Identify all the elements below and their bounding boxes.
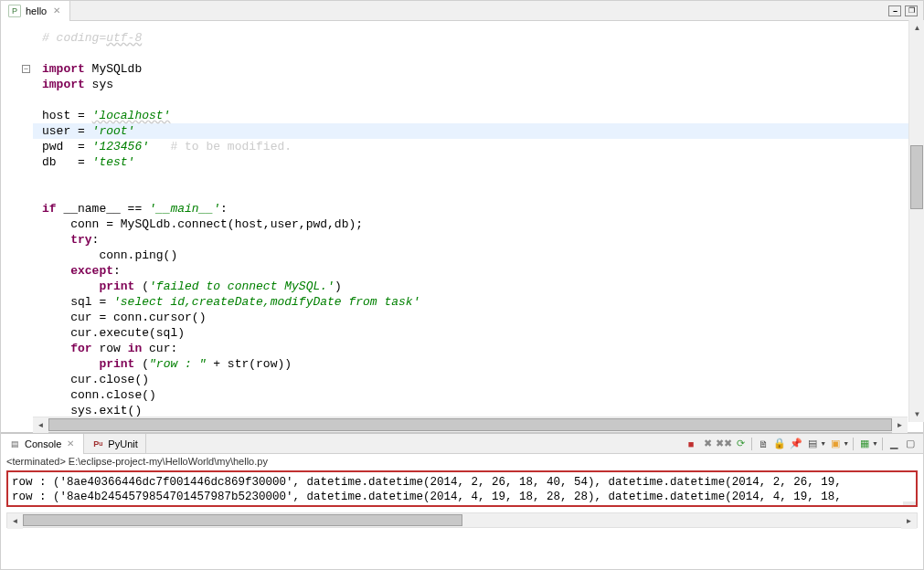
code-text: conn = MySQLdb.connect(host,user,pwd,db)… (42, 217, 363, 231)
code-text: sql = (42, 295, 113, 309)
chevron-down-icon[interactable]: ▼ (820, 440, 826, 447)
code-text: : (92, 233, 100, 247)
scroll-up-icon[interactable]: ▲ (909, 20, 924, 36)
chevron-down-icon[interactable]: ▼ (843, 440, 849, 447)
editor-container: − # coding=utf-8 import MySQLdb import s… (1, 21, 923, 432)
close-icon[interactable]: ✕ (65, 438, 76, 449)
scroll-up-icon[interactable]: ▲ (903, 501, 916, 507)
tab-label: Console (25, 438, 61, 449)
pin-console-button[interactable]: 📌 (789, 437, 803, 451)
code-text: sys (85, 78, 113, 91)
relaunch-button[interactable]: ⟳ (733, 437, 748, 451)
editor-tab-label: hello (26, 5, 47, 16)
separator (882, 438, 883, 450)
code-text: host = (42, 109, 92, 122)
scroll-lock-button[interactable]: 🔒 (772, 437, 787, 451)
scroll-left-icon[interactable]: ◄ (33, 417, 48, 433)
minimize-button[interactable]: ‒ (888, 5, 901, 16)
scroll-track[interactable] (909, 36, 924, 406)
code-text: utf-8 (106, 31, 142, 45)
console-panel: ▤ Console ✕ Pu PyUnit ■ ✖ ✖✖ ⟳ 🗎 🔒 📌 ▤ ▼… (1, 432, 923, 569)
editor-horizontal-scrollbar[interactable]: ◄ ► (33, 417, 908, 432)
console-icon: ▤ (8, 438, 21, 450)
code-keyword: if (42, 202, 57, 216)
console-tab-bar: ▤ Console ✕ Pu PyUnit ■ ✖ ✖✖ ⟳ 🗎 🔒 📌 ▤ ▼… (1, 434, 923, 454)
close-icon[interactable]: ✕ (51, 5, 62, 16)
gutter: − (1, 21, 33, 432)
code-string: "row : " (149, 357, 206, 371)
fold-toggle[interactable]: − (22, 65, 30, 73)
scroll-thumb[interactable] (23, 514, 462, 526)
code-area[interactable]: # coding=utf-8 import MySQLdb import sys… (33, 21, 923, 432)
tab-console[interactable]: ▤ Console ✕ (1, 434, 84, 454)
remove-all-launches-button[interactable]: ✖✖ (717, 437, 731, 451)
chevron-down-icon[interactable]: ▼ (872, 440, 878, 447)
remove-launch-button[interactable]: ✖ (700, 437, 715, 451)
code-keyword: try (42, 233, 92, 247)
code-text: ( (134, 280, 149, 293)
scroll-track[interactable] (23, 513, 901, 527)
code-text: cur.close() (42, 373, 149, 386)
tab-label: PyUnit (108, 438, 137, 449)
minimize-button[interactable]: ▁ (887, 437, 901, 451)
code-string: 'select id,createDate,modifyDate from ta… (113, 295, 420, 309)
clear-console-button[interactable]: 🗎 (756, 437, 770, 451)
separator (751, 438, 752, 450)
console-horizontal-scrollbar[interactable]: ◄ ► (6, 512, 918, 528)
maximize-button[interactable]: ▢ (903, 437, 918, 451)
code-text: __name__ == (57, 202, 149, 216)
code-text: row (92, 342, 128, 355)
code-keyword: print (42, 357, 134, 371)
code-content[interactable]: # coding=utf-8 import MySQLdb import sys… (33, 21, 923, 428)
code-comment: # to be modified. (149, 140, 292, 153)
pyunit-icon: Pu (91, 438, 104, 450)
python-file-icon: P (8, 5, 21, 17)
scroll-thumb[interactable] (910, 145, 923, 209)
display-view-button[interactable]: ▦ (857, 437, 872, 451)
scroll-thumb[interactable] (48, 418, 892, 431)
terminate-button[interactable]: ■ (684, 437, 698, 451)
code-keyword: in (128, 342, 143, 355)
code-text: ( (134, 357, 149, 371)
code-text: cur = conn.cursor() (42, 311, 206, 324)
scroll-right-icon[interactable]: ► (892, 417, 908, 433)
code-text: pwd = (42, 140, 92, 153)
code-text: + str(row)) (206, 357, 292, 371)
code-text: conn.close() (42, 388, 156, 402)
console-row: row : ('8ae4b2454579854701457987b5230000… (12, 491, 842, 503)
scroll-right-icon[interactable]: ► (901, 513, 917, 529)
code-string: 'failed to connect MySQL.' (149, 280, 335, 293)
maximize-button[interactable]: ❐ (905, 5, 918, 16)
show-console-button[interactable]: ▤ (805, 437, 820, 451)
code-keyword: print (42, 280, 134, 293)
code-text: MySQLdb (85, 62, 142, 76)
code-keyword: except (42, 264, 113, 278)
code-keyword: import (42, 78, 85, 91)
code-text: user = (42, 124, 92, 138)
code-text: ) (335, 280, 342, 293)
tab-pyunit[interactable]: Pu PyUnit (84, 434, 145, 454)
code-text: db = (42, 155, 92, 169)
scroll-track[interactable] (48, 417, 892, 432)
editor-tab-bar: P hello ✕ ‒ ❐ (1, 1, 923, 21)
console-status: <terminated> E:\eclipse-project-my\Hello… (1, 454, 923, 469)
editor-vertical-scrollbar[interactable]: ▲ ▼ (908, 20, 924, 422)
console-output[interactable]: row : ('8ae40366446dc7f001446dc869f30000… (6, 470, 918, 507)
separator (853, 438, 854, 450)
code-string: 'localhost' (92, 109, 171, 122)
code-text: : (113, 264, 121, 278)
scroll-left-icon[interactable]: ◄ (7, 513, 23, 529)
scroll-down-icon[interactable]: ▼ (909, 406, 924, 422)
code-string: 'root' (92, 124, 135, 138)
console-output-vertical-scrollbar[interactable]: ▲ ▼ (903, 472, 916, 505)
code-text: cur.execute(sql) (42, 326, 185, 340)
code-text: sys.exit() (42, 404, 142, 417)
code-text: conn.ping() (42, 248, 177, 262)
code-text: # coding= (42, 31, 106, 45)
code-keyword: for (42, 342, 92, 355)
code-text: cur: (142, 342, 177, 355)
editor-tab-hello[interactable]: P hello ✕ (1, 1, 70, 21)
console-toolbar: ■ ✖ ✖✖ ⟳ 🗎 🔒 📌 ▤ ▼ ▣ ▼ ▦ ▼ ▁ ▢ (684, 437, 923, 451)
open-console-button[interactable]: ▣ (828, 437, 843, 451)
code-string: '__main__' (149, 202, 220, 216)
